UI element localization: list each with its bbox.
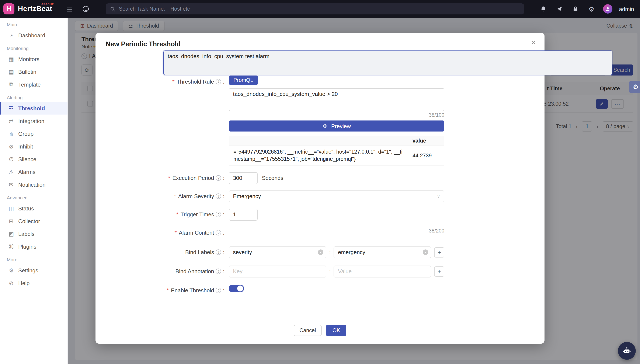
enable-threshold-toggle[interactable]	[229, 285, 244, 292]
label-text: Enable Threshold	[171, 288, 214, 294]
kv-colon: :	[329, 249, 331, 256]
sidebar-item-label: Labels	[18, 230, 35, 237]
sidebar-item-label: Collector	[18, 218, 40, 224]
ok-button[interactable]: OK	[326, 325, 347, 336]
sidebar-item-bulletin[interactable]: ▤ Bulletin	[0, 65, 68, 78]
add-label-button[interactable]: +	[434, 247, 444, 258]
global-search[interactable]	[106, 4, 524, 14]
preview-button[interactable]: Preview	[229, 120, 444, 132]
modal-title: New Periodic Threshold	[106, 40, 181, 48]
bell-icon[interactable]	[538, 4, 548, 14]
help-circle-icon: ?	[216, 230, 221, 236]
sidebar-item-silence[interactable]: ∅ Silence	[0, 153, 68, 166]
label-text: Trigger Times	[181, 212, 214, 218]
help-circle-icon: ?	[216, 288, 221, 293]
sidebar-item-label: Threshold	[18, 105, 45, 111]
apache-tag: APACHE	[41, 2, 54, 6]
trigger-times-input[interactable]	[229, 209, 258, 220]
alarm-content-textarea[interactable]: taos_dnodes_info_cpu_system test alarm	[163, 51, 544, 75]
trigger-times-label: * Trigger Times ? :	[106, 209, 225, 220]
label-text: Bind Labels	[185, 249, 214, 256]
bind-label-key-input[interactable]	[229, 246, 326, 258]
sidebar-item-collector[interactable]: ⊟ Collector	[0, 215, 68, 228]
settings-drawer-handle[interactable]: ⚙	[629, 80, 640, 93]
sidebar-group-monitoring: Monitoring	[0, 42, 68, 52]
colon: :	[223, 230, 225, 236]
add-annotation-button[interactable]: +	[434, 266, 444, 276]
execution-period-input[interactable]	[229, 172, 258, 184]
content-char-counter: 38/200	[229, 228, 444, 234]
gear-icon[interactable]: ⚙	[587, 4, 596, 14]
label-text: Alarm Content	[179, 230, 214, 236]
sidebar-item-label: Settings	[18, 267, 38, 274]
preview-row-value: 44.2739	[408, 146, 444, 166]
sidebar-item-label: Bulletin	[18, 68, 36, 75]
avatar[interactable]	[603, 4, 612, 14]
menu-fold-icon[interactable]: ☰	[65, 4, 74, 14]
help-globe-icon: ⊚	[8, 280, 15, 286]
close-icon[interactable]: ✕	[531, 39, 536, 46]
promql-chip[interactable]: PromQL	[229, 76, 258, 85]
monitors-icon: ▦	[8, 56, 15, 62]
sidebar-item-label: Notification	[18, 181, 46, 188]
sidebar-item-monitors[interactable]: ▦ Monitors	[0, 52, 68, 65]
label-text: Alarm Severity	[178, 193, 214, 200]
annotation-value-input[interactable]	[334, 266, 431, 278]
required-mark: *	[167, 288, 169, 294]
sidebar-item-dashboard[interactable]: ◔ Dashboard	[0, 29, 68, 42]
threshold-rule-label: * Threshold Rule ? :	[106, 76, 225, 88]
colon: :	[223, 78, 225, 85]
global-search-input[interactable]	[118, 6, 520, 12]
sidebar-item-group[interactable]: ⋔ Group	[0, 127, 68, 140]
bulletin-icon: ▤	[8, 68, 15, 75]
threshold-expr-textarea[interactable]: taos_dnodes_info_cpu_system_value > 20	[229, 88, 444, 111]
sidebar-item-notification[interactable]: ✉ Notification	[0, 178, 68, 191]
chevron-down-icon: ∨	[437, 194, 440, 199]
sidebar-item-settings[interactable]: ⚙ Settings	[0, 264, 68, 276]
label-text: Bind Annotation	[176, 268, 214, 275]
sidebar-group-more: More	[0, 253, 68, 264]
sidebar-item-threshold[interactable]: ☲ Threshold	[0, 102, 68, 114]
sidebar-group-main: Main	[0, 18, 68, 29]
sidebar-item-labels[interactable]: ◩ Labels	[0, 228, 68, 240]
settings-icon: ⚙	[8, 267, 15, 274]
required-mark: *	[168, 175, 170, 181]
sidebar-item-template[interactable]: ⧉ Template	[0, 78, 68, 91]
collector-icon: ⊟	[8, 218, 15, 224]
required-mark: *	[174, 230, 177, 236]
sidebar-item-label: Plugins	[18, 243, 36, 250]
alarm-severity-select[interactable]: Emergency ∨	[229, 190, 444, 202]
kv-colon: :	[329, 268, 331, 275]
bind-label-value-input[interactable]	[334, 246, 431, 258]
brand[interactable]: HertzBeat APACHE	[18, 5, 52, 13]
lock-icon[interactable]	[571, 4, 580, 14]
assistant-fab[interactable]	[618, 342, 636, 360]
hertzbeat-logo[interactable]: H	[4, 4, 15, 14]
threshold-icon: ☲	[8, 105, 15, 111]
robot-icon	[622, 346, 631, 355]
preview-metric-header	[229, 136, 408, 146]
cancel-button[interactable]: Cancel	[293, 325, 322, 336]
preview-row-labels: ="544977929026816", __metric__="value", …	[229, 146, 408, 166]
label-text: Threshold Rule	[177, 78, 214, 85]
sidebar-item-integration[interactable]: ⇄ Integration	[0, 114, 68, 127]
annotation-key-input[interactable]	[229, 266, 326, 278]
integration-icon: ⇄	[8, 118, 15, 124]
github-icon[interactable]	[81, 4, 90, 14]
username[interactable]: admin	[619, 6, 634, 12]
sidebar-item-alarms[interactable]: ⚠ Alarms	[0, 166, 68, 178]
sidebar-item-label: Status	[18, 205, 34, 212]
sidebar-group-alerting: Alerting	[0, 91, 68, 102]
silence-icon: ∅	[8, 156, 15, 162]
sidebar-item-inhibit[interactable]: ⊘ Inhibit	[0, 140, 68, 153]
sidebar-item-label: Inhibit	[18, 143, 33, 150]
brand-name: HertzBeat	[18, 5, 52, 13]
clear-icon[interactable]: ×	[318, 250, 323, 255]
sidebar-item-help[interactable]: ⊚ Help	[0, 276, 68, 289]
sidebar-item-plugins[interactable]: ⌘ Plugins	[0, 240, 68, 253]
search-icon	[110, 6, 116, 12]
help-circle-icon: ?	[216, 212, 221, 218]
alarm-severity-value: Emergency	[233, 193, 261, 200]
send-icon[interactable]	[554, 4, 564, 14]
sidebar-item-status[interactable]: ◫ Status	[0, 202, 68, 215]
